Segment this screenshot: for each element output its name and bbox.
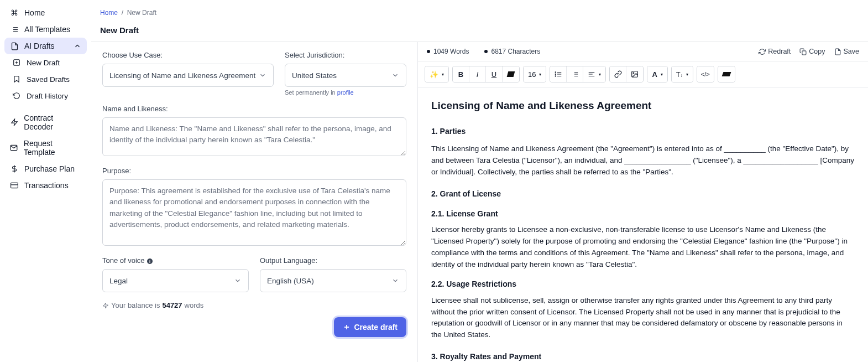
wand-icon: ✨: [430, 70, 438, 79]
text-color-button[interactable]: A▾: [647, 66, 667, 82]
doc-heading: 1. Parties: [431, 126, 855, 138]
breadcrumb-home-link[interactable]: Home: [100, 9, 118, 17]
chevron-down-icon: [391, 277, 399, 285]
copy-button[interactable]: Copy: [799, 48, 825, 55]
bold-button[interactable]: B: [453, 66, 469, 82]
sidebar-item-request-template[interactable]: Request Template: [4, 135, 87, 161]
main-content: Home / New Draft New Draft Choose Use Ca…: [91, 0, 868, 362]
document-icon: [10, 42, 19, 50]
numbered-list-button[interactable]: [567, 66, 583, 82]
sidebar-item-purchase-plan[interactable]: Purchase Plan: [4, 161, 87, 177]
use-case-label: Choose Use Case:: [102, 51, 274, 59]
profile-link[interactable]: profile: [337, 89, 354, 96]
document-body[interactable]: Licensing of Name and Likeness Agreement…: [418, 87, 868, 362]
chevron-down-icon: [259, 71, 266, 79]
editor-panel: 1049 Words 6817 Characters Redraft Copy: [417, 42, 868, 362]
image-icon: [631, 70, 639, 78]
sidebar-item-label: AI Drafts: [24, 42, 54, 50]
magic-button[interactable]: ✨▾: [425, 66, 448, 82]
underline-button[interactable]: U: [486, 66, 503, 82]
sidebar-item-draft-history[interactable]: Draft History: [4, 87, 87, 104]
copy-icon: [799, 48, 807, 55]
sidebar-item-label: Saved Drafts: [27, 75, 70, 84]
breadcrumb-separator: /: [119, 9, 127, 17]
svg-point-33: [634, 73, 635, 74]
sidebar-item-contract-decoder[interactable]: Contract Decoder: [4, 110, 87, 135]
font-size-select[interactable]: 16▾: [524, 66, 546, 82]
doc-subheading: 2.2. Usage Restrictions: [431, 278, 855, 291]
sidebar-item-home[interactable]: ⌘ Home: [4, 4, 87, 21]
bullet-list-button[interactable]: [550, 66, 567, 82]
purpose-input[interactable]: [102, 179, 406, 246]
svg-rect-12: [11, 183, 18, 188]
sidebar-item-all-templates[interactable]: All Templates: [4, 21, 87, 38]
dollar-icon: [10, 164, 19, 173]
breadcrumb: Home / New Draft: [91, 0, 868, 21]
command-icon: ⌘: [10, 8, 19, 17]
purpose-label: Purpose:: [102, 167, 406, 175]
use-case-select[interactable]: Licensing of Name and Likeness Agreement: [102, 64, 274, 87]
output-language-label: Output Language:: [260, 256, 406, 265]
paragraph-style-button[interactable]: T↕▾: [672, 66, 693, 82]
char-count: 6817 Characters: [484, 48, 540, 55]
clear-format-button[interactable]: [718, 66, 735, 82]
save-button[interactable]: Save: [834, 48, 860, 55]
highlight-button[interactable]: [503, 66, 519, 82]
doc-paragraph: Licensor hereby grants to Licensee a non…: [431, 224, 855, 271]
sidebar-item-label: All Templates: [24, 25, 70, 34]
jurisdiction-hint: Set permanently in profile: [285, 89, 406, 96]
output-language-select[interactable]: English (USA): [260, 269, 406, 292]
doc-subheading: 2.1. License Grant: [431, 208, 855, 220]
sidebar-item-label: Purchase Plan: [24, 164, 75, 173]
sidebar-item-ai-drafts[interactable]: AI Drafts: [4, 38, 87, 54]
page-title: New Draft: [91, 21, 868, 42]
breadcrumb-current: New Draft: [127, 9, 156, 17]
svg-rect-19: [802, 50, 806, 54]
bullet-list-icon: [555, 70, 562, 78]
chevron-down-icon: ▾: [599, 72, 601, 77]
redraft-button[interactable]: Redraft: [759, 48, 791, 55]
create-draft-button[interactable]: Create draft: [334, 317, 406, 337]
numbered-list-icon: [571, 70, 579, 78]
chevron-down-icon: ▾: [661, 72, 663, 77]
sidebar-item-label: Request Template: [24, 139, 81, 157]
doc-heading: 2. Grant of License: [431, 188, 855, 200]
sidebar-item-saved-drafts[interactable]: Saved Drafts: [4, 71, 87, 87]
sidebar-item-label: New Draft: [27, 59, 60, 67]
refresh-icon: [759, 48, 766, 55]
jurisdiction-select[interactable]: United States: [285, 64, 406, 87]
bookmark-icon: [12, 75, 21, 84]
info-icon: i: [147, 258, 153, 265]
list-icon: [10, 25, 19, 34]
svg-text:i: i: [149, 259, 150, 263]
tone-label: Tone of voice i: [102, 256, 249, 265]
balance-text: Your balance is 54727 words: [102, 301, 406, 309]
tone-select[interactable]: Legal: [102, 269, 249, 292]
align-button[interactable]: ▾: [583, 66, 605, 82]
sidebar-item-label: Transactions: [24, 181, 69, 190]
draft-form: Choose Use Case: Licensing of Name and L…: [91, 42, 417, 362]
jurisdiction-label: Select Jurisdiction:: [285, 51, 406, 59]
code-view-button[interactable]: </>: [697, 66, 714, 82]
sidebar-item-new-draft[interactable]: New Draft: [4, 54, 87, 71]
editor-toolbar: ✨▾ B I U 16▾ ▾: [418, 61, 868, 87]
sidebar-item-transactions[interactable]: Transactions: [4, 177, 87, 194]
plus-icon: [343, 323, 351, 331]
name-likeness-input[interactable]: [102, 117, 406, 156]
chevron-down-icon: [391, 71, 399, 79]
plus-square-icon: [12, 58, 21, 67]
sidebar-item-label: Home: [24, 8, 45, 17]
file-icon: [834, 48, 841, 55]
link-button[interactable]: [610, 66, 626, 82]
image-button[interactable]: [626, 66, 643, 82]
tone-value: Legal: [109, 277, 128, 285]
sidebar-item-label: Draft History: [27, 92, 68, 100]
editor-stats-bar: 1049 Words 6817 Characters Redraft Copy: [418, 42, 868, 61]
sidebar: ⌘ Home All Templates AI Drafts New Draft: [0, 0, 91, 362]
word-count: 1049 Words: [427, 48, 469, 55]
document-scroll[interactable]: Licensing of Name and Likeness Agreement…: [418, 87, 868, 362]
sidebar-item-label: Contract Decoder: [24, 113, 81, 131]
italic-button[interactable]: I: [469, 66, 486, 82]
name-likeness-label: Name and Likeness:: [102, 105, 406, 113]
use-case-value: Licensing of Name and Likeness Agreement: [109, 71, 255, 80]
